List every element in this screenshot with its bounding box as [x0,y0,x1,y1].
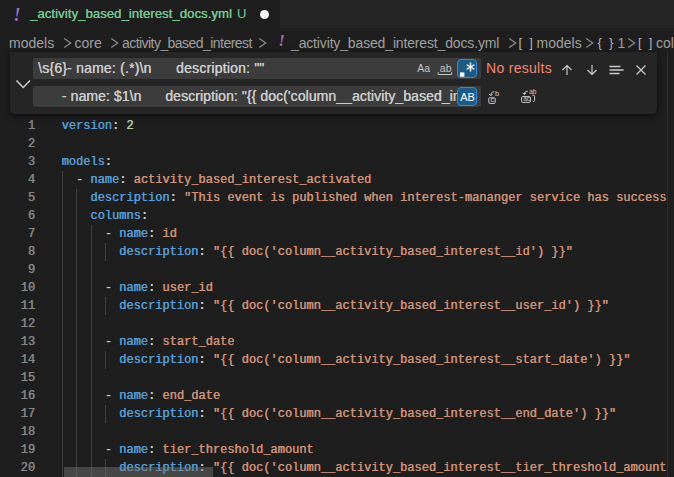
svg-text:AB: AB [460,90,475,102]
svg-text:b: b [495,89,499,98]
svg-text:ab: ab [529,89,537,95]
svg-text:ab: ab [440,62,452,74]
svg-text:Aa: Aa [417,62,430,74]
svg-text:c: c [491,96,495,103]
svg-text:ac: ac [523,95,531,102]
